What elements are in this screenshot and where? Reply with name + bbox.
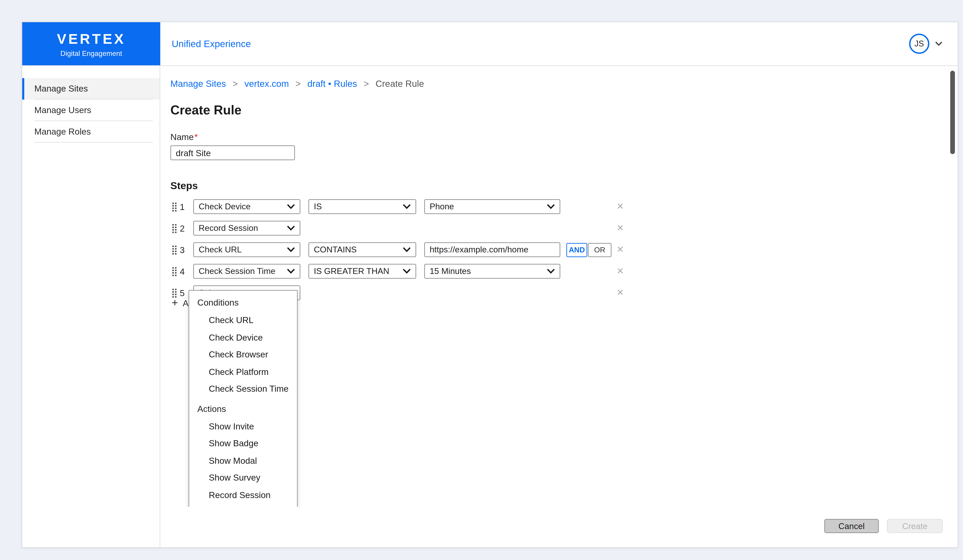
drag-handle-icon[interactable] bbox=[172, 223, 177, 233]
step-number: 1 bbox=[180, 202, 188, 212]
step-type-select[interactable]: Check Session Time bbox=[193, 264, 300, 278]
step-row: 1 Check Device IS Phone bbox=[160, 199, 958, 214]
breadcrumb-separator: > bbox=[233, 79, 238, 89]
menu-option[interactable]: Show Modal bbox=[189, 452, 297, 469]
chevron-down-icon bbox=[403, 247, 411, 252]
breadcrumb-current: Create Rule bbox=[376, 79, 424, 89]
name-input[interactable] bbox=[170, 146, 295, 160]
plus-icon: + bbox=[172, 297, 178, 309]
breadcrumb-separator: > bbox=[364, 79, 369, 89]
app-window: VERTEX Digital Engagement Unified Experi… bbox=[21, 21, 958, 548]
url-input[interactable] bbox=[424, 242, 560, 257]
remove-step-button[interactable]: ✕ bbox=[615, 287, 626, 298]
and-button[interactable]: AND bbox=[566, 243, 587, 257]
breadcrumb-site[interactable]: vertex.com bbox=[245, 79, 289, 89]
step-row: 2 Record Session ✕ bbox=[160, 221, 958, 236]
chevron-down-icon[interactable] bbox=[935, 41, 943, 47]
breadcrumb-manage-sites[interactable]: Manage Sites bbox=[170, 79, 226, 89]
menu-option[interactable]: Check Browser bbox=[189, 346, 297, 363]
name-label: Name* bbox=[170, 132, 958, 142]
menu-option[interactable]: Record Session bbox=[189, 486, 297, 504]
breadcrumb-rules[interactable]: draft • Rules bbox=[307, 79, 357, 89]
step-number: 2 bbox=[180, 223, 188, 233]
remove-step-button[interactable]: ✕ bbox=[615, 223, 626, 233]
sidebar-item-manage-roles[interactable]: Manage Roles bbox=[22, 121, 160, 143]
step-type-select[interactable]: Record Session bbox=[193, 221, 300, 236]
drag-handle-icon[interactable] bbox=[172, 245, 177, 255]
scroll-region: Manage Sites > vertex.com > draft • Rule… bbox=[160, 66, 958, 507]
menu-option[interactable]: Check Platform bbox=[189, 363, 297, 380]
scrollbar-thumb[interactable] bbox=[950, 71, 955, 154]
chevron-down-icon bbox=[547, 204, 555, 209]
operator-select[interactable]: CONTAINS bbox=[308, 242, 416, 257]
steps-heading: Steps bbox=[170, 180, 958, 191]
remove-step-button[interactable]: ✕ bbox=[615, 266, 626, 277]
chevron-down-icon bbox=[547, 269, 555, 274]
step-number: 4 bbox=[180, 266, 188, 277]
value-select[interactable]: Phone bbox=[424, 199, 560, 214]
brand-name: VERTEX bbox=[57, 31, 125, 47]
page: VERTEX Digital Engagement Unified Experi… bbox=[0, 0, 963, 560]
required-marker: * bbox=[195, 132, 198, 142]
menu-option[interactable]: Show Survey bbox=[189, 469, 297, 486]
step-type-select[interactable]: Check URL bbox=[193, 242, 300, 257]
drag-handle-icon[interactable] bbox=[172, 202, 177, 212]
main-content: Manage Sites > vertex.com > draft • Rule… bbox=[160, 66, 958, 547]
sidebar: Manage Sites Manage Users Manage Roles bbox=[22, 66, 160, 547]
page-title: Create Rule bbox=[170, 103, 958, 118]
menu-option[interactable]: Show Invite bbox=[189, 418, 297, 435]
menu-option[interactable]: Check Device bbox=[189, 329, 297, 346]
user-menu[interactable]: JS bbox=[909, 34, 943, 54]
menu-option[interactable]: Show Badge bbox=[189, 435, 297, 452]
brand-logo: VERTEX Digital Engagement bbox=[22, 22, 160, 65]
brand-tagline: Digital Engagement bbox=[60, 49, 122, 57]
step-row: 4 Check Session Time IS GREATER THAN 15 … bbox=[160, 264, 958, 278]
value-select[interactable]: 15 Minutes bbox=[424, 264, 560, 278]
step-type-select[interactable]: Check Device bbox=[193, 199, 300, 214]
drag-handle-icon[interactable] bbox=[172, 266, 177, 277]
breadcrumb-separator: > bbox=[295, 79, 301, 89]
product-link[interactable]: Unified Experience bbox=[172, 38, 251, 49]
avatar[interactable]: JS bbox=[909, 34, 929, 54]
menu-group-actions: Actions bbox=[189, 400, 297, 418]
create-button[interactable]: Create bbox=[887, 519, 943, 533]
menu-option[interactable]: Open URL bbox=[189, 503, 297, 507]
step-number: 3 bbox=[180, 245, 188, 255]
cancel-button[interactable]: Cancel bbox=[824, 519, 879, 533]
steps-list: 1 Check Device IS Phone bbox=[160, 199, 958, 300]
logic-toggle: AND OR bbox=[566, 243, 611, 257]
chevron-down-icon bbox=[403, 269, 411, 274]
footer-actions: Cancel Create bbox=[824, 519, 943, 533]
menu-group-conditions: Conditions bbox=[189, 294, 297, 312]
chevron-down-icon bbox=[287, 269, 295, 274]
app-header: VERTEX Digital Engagement Unified Experi… bbox=[22, 22, 958, 66]
sidebar-item-manage-sites[interactable]: Manage Sites bbox=[22, 78, 160, 100]
step-select-menu: Conditions Check URL Check Device Check … bbox=[188, 290, 298, 507]
chevron-down-icon bbox=[287, 204, 295, 209]
chevron-down-icon bbox=[403, 204, 411, 209]
app-body: Manage Sites Manage Users Manage Roles M… bbox=[22, 66, 958, 547]
sidebar-item-manage-users[interactable]: Manage Users bbox=[22, 100, 160, 121]
menu-option[interactable]: Check Session Time bbox=[189, 380, 297, 398]
remove-step-button[interactable]: ✕ bbox=[615, 201, 626, 212]
breadcrumb: Manage Sites > vertex.com > draft • Rule… bbox=[160, 66, 958, 89]
operator-select[interactable]: IS bbox=[308, 199, 416, 214]
chevron-down-icon bbox=[287, 225, 295, 231]
remove-step-button[interactable]: ✕ bbox=[615, 244, 626, 255]
step-row: 3 Check URL CONTAINS AND bbox=[160, 242, 958, 257]
or-button[interactable]: OR bbox=[588, 243, 611, 257]
chevron-down-icon bbox=[287, 247, 295, 252]
menu-option[interactable]: Check URL bbox=[189, 312, 297, 329]
operator-select[interactable]: IS GREATER THAN bbox=[308, 264, 416, 278]
